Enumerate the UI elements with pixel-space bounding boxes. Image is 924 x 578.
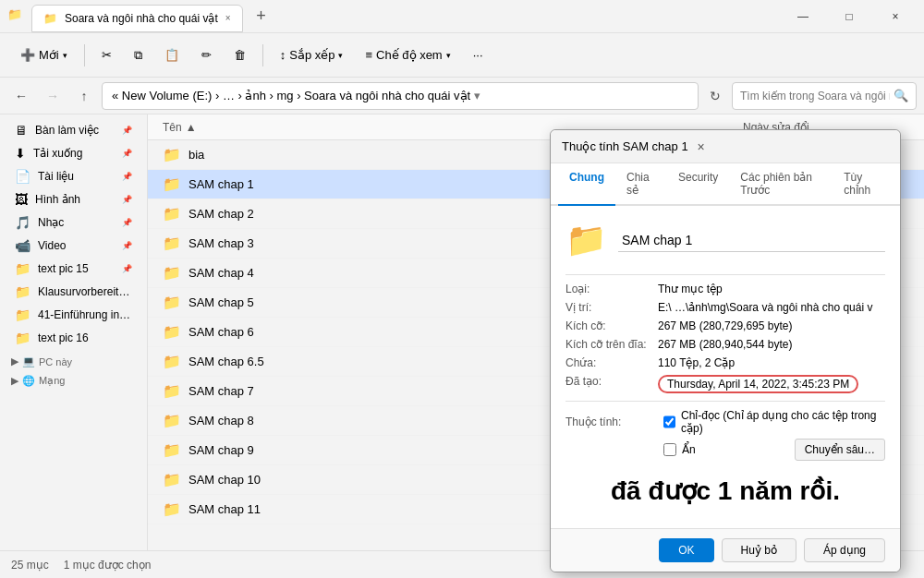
folder-icon: 📁 (163, 264, 181, 282)
images-icon: 🖼 (15, 192, 28, 207)
sidebar-section-pc[interactable]: ▶ 💻 PC này (0, 350, 147, 369)
address-path[interactable]: « New Volume (E:) › … › ảnh › mg › Soara… (102, 82, 699, 110)
prop-label-type: Loại: (565, 283, 658, 295)
new-icon: ➕ (20, 48, 35, 62)
advanced-button[interactable]: Chuyển sâu… (795, 439, 885, 461)
folder-icon: 📁 (163, 294, 181, 311)
prop-label-created: Đã tạo: (565, 375, 658, 393)
copy-icon: ⧉ (134, 48, 142, 63)
tab-previous[interactable]: Các phiên bản Trước (729, 163, 833, 206)
folder-icon: 📁 (163, 382, 181, 400)
video-icon: 📹 (15, 238, 30, 253)
prop-value-location: E:\ …\ảnh\mg\Soara và ngôi nhà cho quái … (658, 301, 885, 314)
folder-icon-2: 📁 (15, 284, 30, 299)
view-icon: ≡ (365, 48, 372, 62)
view-button[interactable]: ≡ Chế độ xem ▾ (356, 42, 459, 67)
sidebar-item-textpic15[interactable]: 📁 text pic 15 📌 (4, 258, 143, 280)
more-button[interactable]: ··· (464, 42, 492, 67)
back-button[interactable]: ← (7, 82, 35, 110)
path-text: « New Volume (E:) › … › ảnh › mg › Soara… (112, 89, 470, 102)
sort-asc-icon: ▲ (186, 121, 197, 134)
prop-label-contains: Chứa: (565, 356, 658, 369)
window-controls: — □ × (782, 3, 917, 30)
up-button[interactable]: ↑ (70, 82, 98, 110)
sidebar-item-music[interactable]: 🎵 Nhạc 📌 (4, 211, 143, 234)
dialog-footer: OK Huỷ bỏ Áp dụng (551, 528, 900, 572)
paste-button[interactable]: 📋 (155, 42, 188, 67)
sidebar-item-klausur[interactable]: 📁 Klausurvorbereitung (4, 281, 143, 303)
toolbar: ➕ Mới ▾ ✂ ⧉ 📋 ✏ 🗑 ↕ Sắp xếp ▾ ≡ Chế độ x… (0, 33, 924, 78)
attr-row-readonly: Thuộc tính: Chỉ-đọc (Chỉ áp dụng cho các… (565, 409, 885, 435)
prop-row-created: Đã tạo: Thursday, April 14, 2022, 3:45:2… (565, 375, 885, 393)
forward-button[interactable]: → (39, 82, 67, 110)
prop-row-disksize: Kích cỡ trên đĩa: 267 MB (280,940,544 by… (565, 338, 885, 351)
apply-button[interactable]: Áp dụng (804, 538, 885, 562)
close-button[interactable]: × (874, 3, 917, 30)
prop-row-location: Vị trí: E:\ …\ảnh\mg\Soara và ngôi nhà c… (565, 301, 885, 314)
copy-button[interactable]: ⧉ (125, 42, 152, 68)
music-icon: 🎵 (15, 215, 30, 230)
sidebar-item-video[interactable]: 📹 Video 📌 (4, 235, 143, 257)
new-chevron-icon: ▾ (63, 51, 67, 60)
delete-button[interactable]: 🗑 (225, 42, 255, 67)
tab-close-button[interactable]: × (225, 13, 231, 23)
pin-icon-2: 📌 (122, 149, 132, 158)
sidebar-item-downloads[interactable]: ⬇ Tải xuống 📌 (4, 142, 143, 164)
pin-icon-4: 📌 (122, 195, 132, 204)
prop-separator-1 (565, 274, 885, 275)
toolbar-sep-1 (84, 44, 85, 66)
search-input[interactable] (740, 90, 890, 102)
dialog-close-button[interactable]: × (688, 134, 714, 160)
window-icon: 📁 (7, 7, 26, 26)
folder-icon: 📁 (163, 471, 181, 488)
sidebar-item-images[interactable]: 🖼 Hình ảnh 📌 (4, 188, 143, 211)
expand-icon-pc: ▶ (11, 355, 18, 367)
prop-label-disksize: Kích cỡ trên đĩa: (565, 338, 658, 351)
prop-row-contains: Chứa: 110 Tệp, 2 Cặp (565, 356, 885, 369)
prop-value-type: Thư mục tệp (658, 283, 885, 295)
sidebar-item-textpic16[interactable]: 📁 text pic 16 (4, 327, 143, 349)
pc-icon: 💻 (22, 355, 35, 367)
sidebar-item-desktop[interactable]: 🖥 Bàn làm việc 📌 (4, 119, 143, 141)
note-text: đã được 1 năm rồi. (565, 464, 885, 513)
tab-security[interactable]: Security (667, 163, 729, 206)
cut-button[interactable]: ✂ (92, 42, 121, 67)
folder-name-input[interactable] (618, 229, 885, 252)
folder-icon-4: 📁 (15, 331, 30, 345)
sidebar-item-documents[interactable]: 📄 Tài liệu 📌 (4, 165, 143, 187)
minimize-button[interactable]: — (782, 3, 824, 30)
sidebar-item-41[interactable]: 📁 41-Einführung in… (4, 304, 143, 326)
prop-value-disksize: 267 MB (280,940,544 byte) (658, 338, 885, 351)
ok-button[interactable]: OK (659, 538, 713, 562)
sort-button[interactable]: ↕ Sắp xếp ▾ (271, 42, 353, 67)
pin-icon: 📌 (122, 126, 132, 135)
rename-button[interactable]: ✏ (192, 42, 221, 67)
address-bar: ← → ↑ « New Volume (E:) › … › ảnh › mg ›… (0, 78, 924, 114)
properties-dialog: Thuộc tính SAM chap 1 × Chung Chia sẻ Se… (550, 129, 901, 572)
folder-icon-1: 📁 (15, 261, 30, 276)
attr-row-hidden: Ẩn Chuyển sâu… (663, 439, 885, 461)
maximize-button[interactable]: □ (828, 3, 870, 30)
new-tab-button[interactable]: + (250, 6, 273, 28)
refresh-button[interactable]: ↻ (702, 83, 728, 109)
sidebar-section-network[interactable]: ▶ 🌐 Mạng (0, 369, 147, 389)
tab-share[interactable]: Chia sẻ (615, 163, 667, 206)
cancel-button[interactable]: Huỷ bỏ (722, 538, 796, 562)
readonly-checkbox[interactable] (663, 415, 675, 428)
tab-custom[interactable]: Tùy chỉnh (833, 163, 893, 206)
title-bar: 📁 📁 Soara và ngôi nhà cho quái vật × + —… (0, 0, 924, 33)
tab-main[interactable]: 📁 Soara và ngôi nhà cho quái vật × (31, 5, 243, 32)
attr-label: Thuộc tính: (565, 415, 658, 428)
new-button[interactable]: ➕ Mới ▾ (11, 42, 77, 67)
folder-icon-3: 📁 (15, 307, 30, 322)
downloads-icon: ⬇ (15, 146, 26, 161)
sort-chevron-icon: ▾ (338, 51, 343, 60)
folder-icon: 📁 (163, 175, 181, 193)
tab-general[interactable]: Chung (558, 163, 615, 206)
prop-value-created: Thursday, April 14, 2022, 3:45:23 PM (658, 375, 885, 393)
pin-icon-7: 📌 (122, 264, 132, 273)
folder-icon: 📁 (163, 500, 181, 518)
pin-icon-5: 📌 (122, 218, 132, 227)
search-box[interactable]: 🔍 (732, 82, 917, 110)
hidden-checkbox[interactable] (663, 443, 676, 456)
